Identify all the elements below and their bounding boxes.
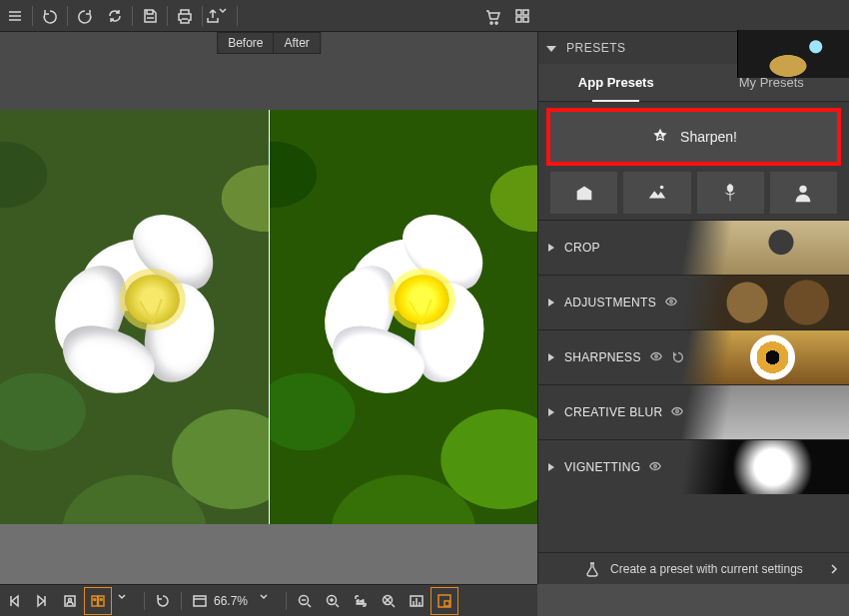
- panel-bg: [679, 330, 849, 384]
- tab-app-presets[interactable]: App Presets: [538, 64, 694, 101]
- main-area: Before After PRESETS: [0, 32, 849, 584]
- panel-sharpness[interactable]: SHARPNESS: [538, 329, 849, 384]
- panel-adjustments[interactable]: ADJUSTMENTS: [538, 275, 849, 329]
- top-toolbar: [0, 0, 849, 32]
- compare-labels: Before After: [217, 32, 321, 54]
- undo-icon: [41, 7, 59, 25]
- preset-sharpen[interactable]: A Sharpen!: [550, 112, 837, 162]
- zoom-fit-icon: [381, 593, 397, 609]
- before-image[interactable]: [0, 110, 269, 524]
- fit-screen-button[interactable]: [187, 588, 213, 614]
- panel-crop[interactable]: CROP: [538, 220, 849, 275]
- after-image[interactable]: [269, 110, 538, 524]
- architecture-icon: [573, 182, 595, 204]
- refresh-icon: [106, 7, 124, 25]
- preset-category-row: [550, 172, 837, 214]
- chevron-down-icon: [260, 593, 276, 609]
- compare-view-button[interactable]: [85, 588, 111, 614]
- histogram-icon: [409, 593, 424, 609]
- single-view-icon: [62, 593, 78, 609]
- cart-icon: [483, 7, 501, 25]
- separator: [237, 6, 238, 26]
- svg-point-11: [94, 598, 96, 600]
- zoom-options-button[interactable]: [255, 588, 281, 614]
- panel-bg: [679, 276, 849, 329]
- refresh-button[interactable]: [100, 1, 130, 31]
- macro-icon: [719, 182, 741, 204]
- svg-point-3: [670, 300, 673, 303]
- footer-label: Create a preset with current settings: [610, 562, 803, 576]
- separator: [67, 6, 68, 26]
- grid-icon: [513, 7, 531, 25]
- tab-label: App Presets: [578, 75, 654, 90]
- panel-label: VIGNETTING: [564, 460, 640, 474]
- undo-button[interactable]: [35, 1, 65, 31]
- visibility-toggle[interactable]: [664, 295, 678, 311]
- category-architecture[interactable]: [550, 172, 617, 214]
- chevron-right-icon: [829, 564, 839, 574]
- next-image-button[interactable]: [29, 588, 55, 614]
- tab-label: My Presets: [739, 75, 804, 90]
- fit-screen-icon: [192, 593, 208, 609]
- svg-text:A: A: [657, 132, 663, 141]
- print-button[interactable]: [170, 1, 200, 31]
- compare-pair: [0, 110, 537, 524]
- separator: [202, 6, 203, 26]
- tab-my-presets[interactable]: My Presets: [694, 64, 850, 101]
- save-button[interactable]: [135, 1, 165, 31]
- expand-icon: [548, 408, 554, 416]
- category-portrait[interactable]: [770, 172, 837, 214]
- expand-icon: [548, 353, 554, 361]
- panel-label: CROP: [564, 241, 600, 255]
- expand-icon: [548, 244, 554, 252]
- presets-header[interactable]: PRESETS: [538, 32, 849, 64]
- separator: [144, 592, 145, 610]
- flask-icon: [584, 561, 600, 577]
- visibility-toggle[interactable]: [670, 404, 684, 421]
- category-macro[interactable]: [697, 172, 764, 214]
- separator: [32, 6, 33, 26]
- canvas-footer-strip: [0, 524, 537, 584]
- svg-point-4: [654, 354, 657, 357]
- hamburger-icon: [6, 7, 24, 25]
- svg-text:1:1: 1:1: [357, 599, 366, 605]
- preset-label: Sharpen!: [680, 129, 737, 145]
- chevron-down-icon: [219, 7, 235, 25]
- navigator-button[interactable]: [431, 588, 457, 614]
- separator: [167, 6, 168, 26]
- menu-button[interactable]: [0, 1, 30, 31]
- category-landscape[interactable]: [623, 172, 690, 214]
- save-icon: [141, 7, 159, 25]
- zoom-100-button[interactable]: 1:1: [348, 588, 374, 614]
- sidebar-footer[interactable]: Create a preset with current settings: [538, 552, 849, 584]
- rotate-icon: [155, 593, 171, 609]
- zoom-fit-button[interactable]: [376, 588, 402, 614]
- visibility-toggle[interactable]: [648, 459, 662, 476]
- step-forward-icon: [34, 593, 50, 609]
- panel-vignetting[interactable]: VIGNETTING: [538, 439, 849, 494]
- zoom-out-button[interactable]: [292, 588, 318, 614]
- image-canvas[interactable]: Before After: [0, 32, 537, 584]
- prev-image-button[interactable]: [1, 588, 27, 614]
- histogram-button[interactable]: [404, 588, 429, 614]
- expand-icon: [548, 463, 554, 471]
- redo-button[interactable]: [70, 1, 100, 31]
- landscape-icon: [646, 182, 668, 204]
- zoom-in-button[interactable]: [320, 588, 346, 614]
- cart-button[interactable]: [477, 1, 507, 31]
- separator: [132, 6, 133, 26]
- single-view-button[interactable]: [57, 588, 83, 614]
- view-options-button[interactable]: [113, 588, 139, 614]
- share-button[interactable]: [205, 1, 235, 31]
- auto-icon: A: [650, 127, 670, 147]
- panel-undo[interactable]: [671, 349, 685, 366]
- panel-label: CREATIVE BLUR: [564, 405, 662, 419]
- grid-view-button[interactable]: [507, 1, 537, 31]
- panel-bg: [679, 385, 849, 439]
- compare-view-icon: [90, 593, 106, 609]
- panel-label: SHARPNESS: [564, 350, 641, 364]
- panel-bg: [679, 440, 849, 494]
- panel-creative-blur[interactable]: CREATIVE BLUR: [538, 384, 849, 439]
- rotate-button[interactable]: [150, 588, 176, 614]
- visibility-toggle[interactable]: [649, 349, 663, 366]
